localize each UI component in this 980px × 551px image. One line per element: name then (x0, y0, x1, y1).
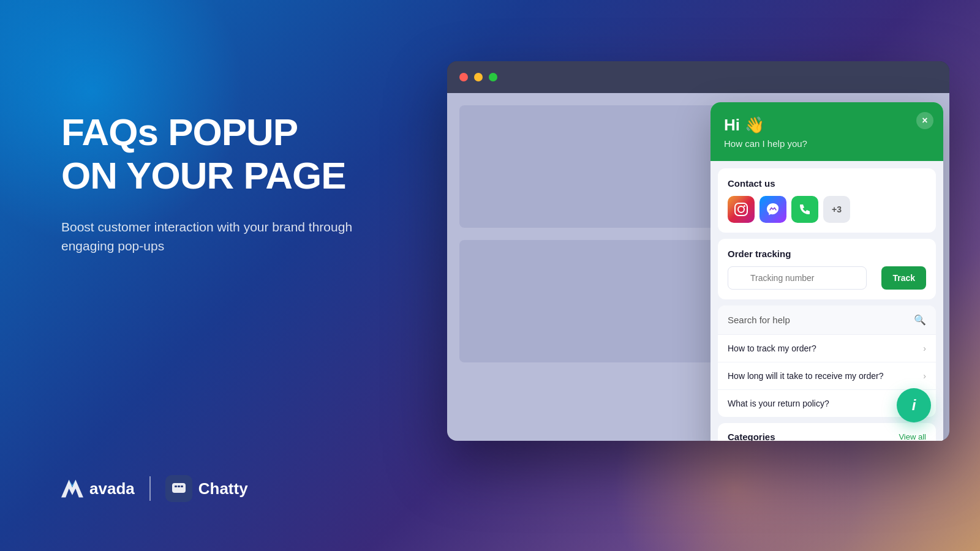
browser-mockup: Hi 👋 How can I help you? × Contact us (447, 61, 949, 441)
info-button[interactable]: i (897, 388, 931, 422)
faq-text-3: What is your return policy? (728, 399, 829, 408)
contact-icons: +3 (728, 196, 926, 223)
svg-rect-5 (181, 485, 183, 487)
chat-header: Hi 👋 How can I help you? × (710, 102, 943, 161)
brand-divider (149, 476, 151, 501)
track-button[interactable]: Track (881, 266, 926, 290)
faq-item-2[interactable]: How long will it take to receive my orde… (718, 362, 936, 390)
chat-close-button[interactable]: × (916, 112, 933, 129)
svg-rect-4 (178, 485, 180, 487)
avada-brand: avada (61, 478, 135, 500)
subtitle: Boost customer interaction with your bra… (61, 217, 404, 256)
more-contacts-button[interactable]: +3 (823, 196, 850, 223)
branding: avada Chatty (61, 475, 248, 502)
svg-rect-6 (735, 203, 747, 216)
search-header: Search for help 🔍 (718, 305, 936, 335)
chatty-label: Chatty (198, 479, 248, 498)
search-label: Search for help (728, 315, 790, 325)
phone-button[interactable] (791, 196, 818, 223)
chat-header-subtitle: How can I help you? (724, 138, 930, 149)
avada-label: avada (89, 479, 135, 498)
faq-chevron-2: › (923, 371, 926, 381)
browser-bar (447, 61, 949, 93)
categories-title: Categories (728, 432, 775, 441)
contact-card-title: Contact us (728, 178, 926, 189)
tracking-input-row: 🔍 Track (728, 266, 926, 290)
info-button-label: i (912, 397, 916, 414)
svg-point-7 (738, 206, 744, 212)
faq-chevron-1: › (923, 343, 926, 353)
faq-text-2: How long will it take to receive my orde… (728, 371, 883, 381)
tracking-input-wrapper: 🔍 (728, 266, 876, 290)
avada-logo-icon (61, 478, 83, 500)
faq-item-1[interactable]: How to track my order? › (718, 335, 936, 362)
svg-point-8 (744, 205, 745, 207)
categories-row: Categories View all (718, 423, 936, 441)
tracking-card-title: Order tracking (728, 249, 926, 259)
contact-card: Contact us (718, 168, 936, 233)
svg-rect-2 (172, 483, 186, 493)
left-content: FAQs POPUP ON YOUR PAGE Boost customer i… (61, 110, 404, 256)
search-icon: 🔍 (914, 314, 926, 326)
svg-rect-3 (175, 485, 177, 487)
svg-marker-0 (61, 480, 83, 498)
wave-emoji: 👋 (745, 116, 764, 135)
browser-dot-red[interactable] (459, 73, 468, 81)
messenger-button[interactable] (760, 196, 786, 223)
browser-content: Hi 👋 How can I help you? × Contact us (447, 93, 949, 441)
chatty-brand: Chatty (165, 475, 248, 502)
browser-dot-yellow[interactable] (474, 73, 483, 81)
tracking-number-input[interactable] (728, 266, 867, 290)
instagram-button[interactable] (728, 196, 755, 223)
chatty-icon (165, 475, 192, 502)
order-tracking-card: Order tracking 🔍 Track (718, 239, 936, 299)
chat-header-title: Hi 👋 (724, 116, 930, 135)
faq-text-1: How to track my order? (728, 343, 816, 353)
main-title: FAQs POPUP ON YOUR PAGE (61, 110, 404, 198)
browser-dot-green[interactable] (489, 73, 497, 81)
view-all-link[interactable]: View all (899, 432, 926, 441)
